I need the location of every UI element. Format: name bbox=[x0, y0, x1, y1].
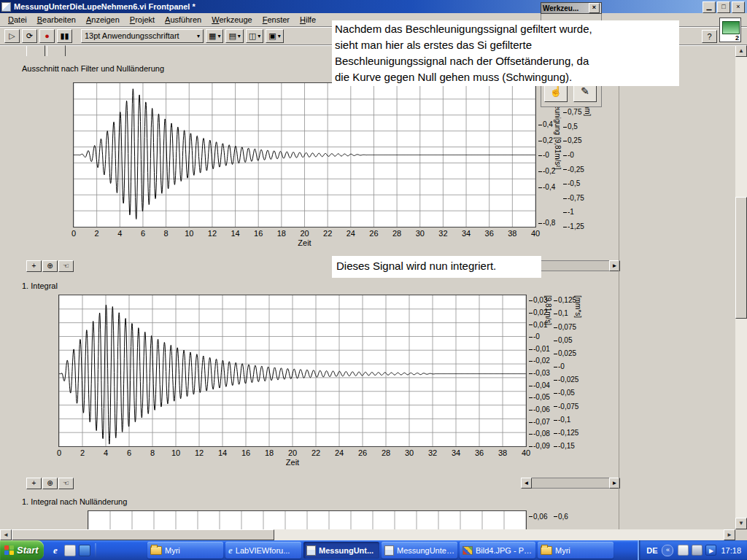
chart1-label: Ausschnitt nach Filter und Nulländerung bbox=[22, 64, 164, 73]
y-tick-label: -0,2 bbox=[538, 167, 555, 175]
app-icon bbox=[1, 2, 11, 12]
x-tick-label: 24 bbox=[347, 229, 355, 238]
chevron-left-icon[interactable]: « bbox=[662, 545, 673, 556]
y-scale-2: 0,6 bbox=[554, 511, 578, 531]
y-tick-label: -0,1 bbox=[554, 416, 570, 424]
vertical-scroll-thumb[interactable] bbox=[735, 197, 747, 319]
scroll-down-icon[interactable]: ▼ bbox=[735, 518, 747, 529]
media-player-icon[interactable] bbox=[79, 545, 90, 556]
x-tick-label: 36 bbox=[475, 448, 484, 457]
task-button-3[interactable]: MessungUnt... bbox=[303, 542, 379, 559]
folder-icon bbox=[150, 546, 162, 555]
y-axis-name: [mm*s] bbox=[574, 295, 582, 446]
clipped-button-1[interactable] bbox=[26, 45, 45, 56]
graph-tool-3[interactable]: ☜ bbox=[58, 260, 74, 272]
waveform-chart-3[interactable]: 0,060,6 bbox=[88, 510, 527, 531]
x-tick-label: 26 bbox=[369, 229, 378, 238]
x-tick-label: 38 bbox=[508, 229, 516, 238]
x-tick-label: 2 bbox=[80, 448, 85, 457]
palette-close-icon[interactable]: × bbox=[589, 3, 600, 13]
task-button-4[interactable]: MessungUnter... bbox=[382, 542, 457, 559]
graph-tool-2[interactable]: ⊕ bbox=[42, 260, 58, 272]
y-tick-label: -0,75 bbox=[563, 194, 584, 202]
run-continuously-button[interactable]: ⟳ bbox=[22, 29, 37, 43]
x-tick-label: 10 bbox=[185, 229, 193, 238]
chart3-label: 1. Integral nach Nulländerung bbox=[22, 497, 127, 506]
x-tick-label: 8 bbox=[164, 229, 169, 238]
waveform-chart-1[interactable]: 0246810121416182022242628303234363840Zei… bbox=[73, 82, 536, 228]
flag-square bbox=[9, 551, 14, 555]
scrollbar-corner bbox=[735, 529, 747, 540]
menu-item-ausfhren[interactable]: Ausführen bbox=[160, 14, 206, 26]
vi-icon-text: 2 bbox=[735, 34, 739, 42]
y-tick-label: 0,025 bbox=[554, 349, 576, 357]
scroll-up-icon[interactable]: ▲ bbox=[735, 45, 747, 57]
horizontal-scroll-thumb[interactable] bbox=[12, 529, 274, 540]
toolbar-dropdown-2[interactable]: ▤▾ bbox=[225, 29, 243, 43]
play-icon[interactable]: ▶ bbox=[705, 545, 716, 556]
internet-explorer-icon[interactable]: e bbox=[50, 545, 61, 556]
graph-tool-1[interactable]: + bbox=[26, 478, 42, 489]
align-icon: ▣ bbox=[268, 30, 276, 42]
maximize-button[interactable]: □ bbox=[717, 1, 730, 13]
clipped-control bbox=[26, 45, 69, 56]
language-indicator[interactable]: DE bbox=[646, 546, 657, 555]
clipped-button-2[interactable] bbox=[47, 45, 66, 56]
chart1-scroll-track[interactable] bbox=[532, 260, 609, 271]
graph-palette-1: +⊕☜ bbox=[26, 260, 74, 273]
scroll-left-icon[interactable]: ◄ bbox=[0, 529, 12, 540]
toolbar-dropdown-1[interactable]: ▦▾ bbox=[206, 29, 223, 43]
task-button-5[interactable]: Bild4.JPG - Paint bbox=[460, 542, 535, 559]
task-button-2[interactable]: eLabVIEWforu... bbox=[225, 542, 301, 559]
keyboard-icon[interactable] bbox=[678, 545, 689, 556]
x-tick-label: 18 bbox=[265, 448, 274, 457]
menu-item-anzeigen[interactable]: Anzeigen bbox=[81, 14, 125, 26]
graph-tool-2[interactable]: ⊕ bbox=[42, 478, 58, 489]
start-button[interactable]: Start bbox=[0, 540, 44, 560]
flag-square bbox=[4, 551, 9, 555]
waveform-chart-2[interactable]: 0246810121416182022242628303234363840Zei… bbox=[58, 295, 527, 447]
x-tick-label: 40 bbox=[531, 229, 540, 238]
x-tick-label: 30 bbox=[416, 229, 425, 238]
menu-item-fenster[interactable]: Fenster bbox=[258, 14, 295, 26]
menu-item-bearbeiten[interactable]: Bearbeiten bbox=[32, 14, 81, 26]
close-button[interactable]: × bbox=[732, 1, 745, 13]
mouse-icon[interactable] bbox=[692, 545, 703, 556]
vertical-scrollbar[interactable]: ▲ ▼ bbox=[735, 45, 747, 529]
show-desktop-icon[interactable] bbox=[64, 545, 76, 556]
horizontal-scrollbar[interactable]: ◄ ► bbox=[0, 529, 735, 540]
vi-icon-screen bbox=[722, 21, 740, 34]
font-selector[interactable]: 13pt Anwendungsschriftart ▾ bbox=[81, 29, 204, 43]
tools-palette-titlebar[interactable]: Werkzeu... × bbox=[541, 2, 602, 14]
y-tick-label: 0,125 bbox=[554, 296, 576, 304]
x-tick-label: 0 bbox=[57, 448, 61, 457]
abort-button[interactable]: ● bbox=[39, 29, 55, 43]
scroll-left-icon[interactable]: ◄ bbox=[521, 478, 532, 489]
x-tick-label: 30 bbox=[405, 448, 414, 457]
task-button-6[interactable]: Myri bbox=[538, 542, 614, 559]
menu-item-werkzeuge[interactable]: Werkzeuge bbox=[206, 14, 257, 26]
menu-item-projekt[interactable]: Projekt bbox=[125, 14, 160, 26]
minimize-button[interactable]: ▁ bbox=[703, 1, 716, 13]
run-button[interactable]: ▷ bbox=[4, 29, 20, 43]
menu-item-datei[interactable]: Datei bbox=[3, 14, 32, 26]
menu-item-hilfe[interactable]: Hilfe bbox=[295, 14, 321, 26]
x-tick-label: 14 bbox=[231, 229, 239, 238]
chart2-x-scrollbar[interactable]: ◄ ► bbox=[521, 478, 620, 489]
x-tick-label: 16 bbox=[241, 448, 250, 457]
pause-button[interactable]: ▮▮ bbox=[57, 29, 72, 43]
dropdown-arrow-icon: ▾ bbox=[238, 30, 241, 42]
vi-icon[interactable]: 2 bbox=[719, 18, 741, 42]
plot-area bbox=[74, 83, 535, 227]
chart2-scroll-track[interactable] bbox=[532, 478, 609, 489]
graph-tool-1[interactable]: + bbox=[26, 260, 42, 272]
y-tick-label: 0,06 bbox=[529, 513, 547, 521]
toolbar-dropdown-4[interactable]: ▣▾ bbox=[266, 29, 283, 43]
annotation-filter-note: Nachdem das Beschleunigungssignal gefilt… bbox=[332, 20, 679, 86]
task-button-1[interactable]: Myri bbox=[147, 542, 223, 559]
scroll-right-icon[interactable]: ► bbox=[724, 529, 735, 540]
graph-tool-3[interactable]: ☜ bbox=[58, 478, 74, 489]
context-help-button[interactable]: ? bbox=[702, 30, 717, 43]
toolbar-dropdown-3[interactable]: ◫▾ bbox=[246, 29, 263, 43]
y-tick-label: 0,5 bbox=[563, 122, 578, 131]
